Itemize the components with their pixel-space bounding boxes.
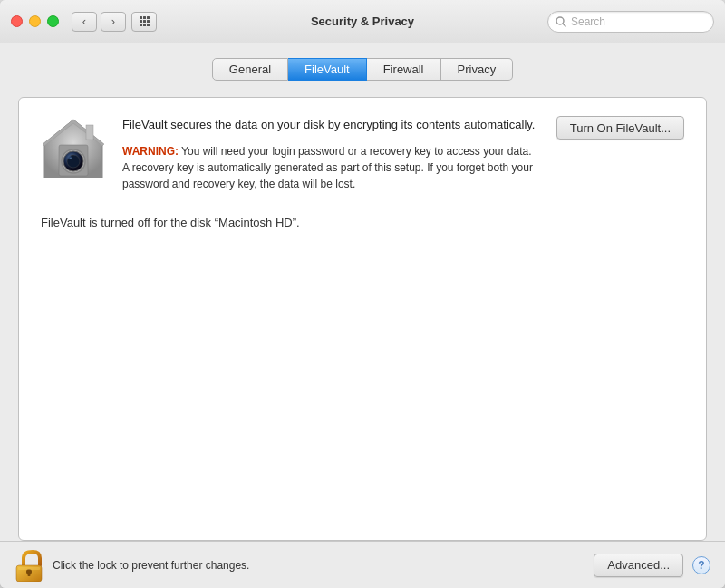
turn-on-filevault-button[interactable]: Turn On FileVault... <box>556 116 684 140</box>
window-title: Security & Privacy <box>311 14 414 28</box>
svg-point-9 <box>70 158 72 159</box>
search-icon <box>556 16 566 27</box>
warning-label: WARNING: <box>122 145 179 158</box>
advanced-button[interactable]: Advanced... <box>594 554 683 577</box>
traffic-lights <box>11 15 59 27</box>
filevault-icon <box>41 116 106 181</box>
bottom-right: Advanced... ? <box>594 554 710 577</box>
filevault-description: FileVault secures the data on your disk … <box>122 116 540 134</box>
tab-firewall[interactable]: Firewall <box>367 58 441 81</box>
search-input[interactable] <box>571 15 706 28</box>
back-button[interactable]: ‹ <box>72 12 97 32</box>
filevault-status: FileVault is turned off for the disk “Ma… <box>41 216 684 229</box>
content: General FileVault Firewall Privacy <box>0 43 725 541</box>
search-bar[interactable] <box>547 11 714 33</box>
tab-filevault[interactable]: FileVault <box>288 58 367 81</box>
titlebar: ‹ › Security & Privacy <box>0 0 725 43</box>
forward-button[interactable]: › <box>101 12 126 32</box>
bottom-bar: Click the lock to prevent further change… <box>0 541 725 588</box>
svg-rect-14 <box>18 567 40 570</box>
svg-line-1 <box>563 24 566 26</box>
tabs: General FileVault Firewall Privacy <box>18 58 707 81</box>
help-button[interactable]: ? <box>692 556 710 574</box>
warning-text: WARNING: You will need your login passwo… <box>122 143 540 192</box>
panel-text-area: FileVault secures the data on your disk … <box>122 116 540 192</box>
tab-privacy[interactable]: Privacy <box>441 58 514 81</box>
window: ‹ › Security & Privacy General FileVault… <box>0 0 725 588</box>
minimize-button[interactable] <box>29 15 41 27</box>
lock-icon[interactable] <box>14 549 44 582</box>
tab-general[interactable]: General <box>212 58 288 81</box>
svg-rect-13 <box>28 572 31 576</box>
grid-icon <box>140 16 150 26</box>
close-button[interactable] <box>11 15 23 27</box>
svg-rect-10 <box>86 125 93 140</box>
panel-top: FileVault secures the data on your disk … <box>41 116 684 192</box>
lock-text: Click the lock to prevent further change… <box>53 559 249 572</box>
maximize-button[interactable] <box>47 15 59 27</box>
warning-body: You will need your login password or a r… <box>122 145 533 190</box>
lock-area: Click the lock to prevent further change… <box>14 549 249 582</box>
main-panel: FileVault secures the data on your disk … <box>18 97 707 541</box>
nav-buttons: ‹ › <box>72 12 126 32</box>
grid-button[interactable] <box>131 12 157 32</box>
